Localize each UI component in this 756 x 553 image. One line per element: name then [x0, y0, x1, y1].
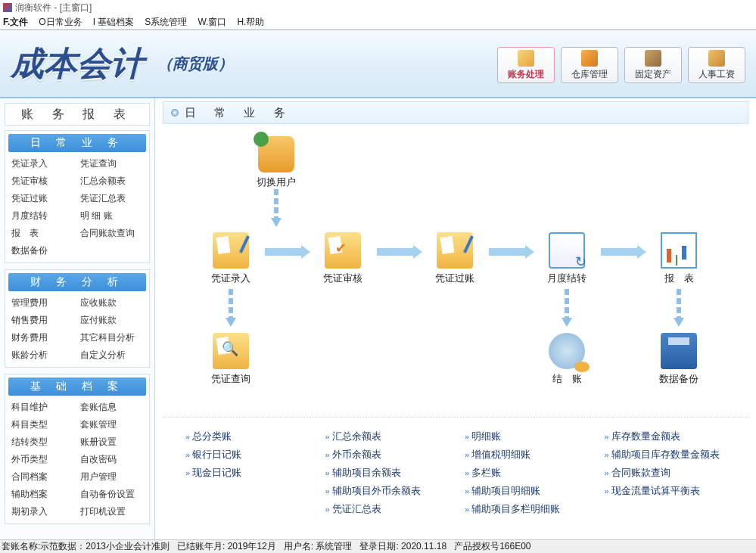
arrow-down-icon	[562, 289, 572, 327]
report-link[interactable]: »辅助项目多栏明细账	[465, 502, 586, 516]
flow-label: 凭证查询	[201, 372, 261, 386]
module-accounting[interactable]: 账务处理	[497, 47, 555, 83]
status-bar: 套账名称:示范数据：2013小企业会计准则 已结账年月: 2019年12月 用户…	[0, 539, 756, 553]
report-link[interactable]: »凭证汇总表	[325, 502, 447, 516]
report-link[interactable]: »多栏账	[465, 466, 586, 480]
link-label: 现金流量试算平衡表	[611, 484, 700, 498]
folder-pen-icon	[213, 232, 249, 269]
report-link[interactable]: »现金日记账	[185, 466, 307, 480]
flow-month[interactable]: 月度结转	[537, 232, 597, 285]
sidebar-item[interactable]: 凭证过账	[8, 190, 77, 207]
chevrons-icon: »	[465, 450, 467, 459]
flow-query[interactable]: 凭证查询	[201, 333, 261, 386]
coins-icon	[549, 333, 585, 369]
sidebar-item[interactable]: 合同账款查询	[77, 225, 146, 242]
sidebar-item[interactable]: 应收账款	[77, 294, 146, 312]
module-hr[interactable]: 人事工资	[688, 47, 745, 83]
report-link[interactable]: »增值税明细账	[465, 448, 586, 461]
report-link[interactable]: »库存数量金额表	[605, 430, 726, 443]
chevrons-icon: »	[605, 450, 607, 459]
menu-daily[interactable]: O日常业务	[39, 16, 82, 29]
sidebar-item[interactable]: 合同档案	[8, 468, 77, 486]
sidebar-item[interactable]: 凭证查询	[77, 155, 146, 172]
sidebar-item[interactable]: 账龄分析	[8, 346, 77, 364]
sidebar-item[interactable]: 财务费用	[8, 329, 77, 346]
flow-close[interactable]: 结 账	[537, 333, 597, 386]
module-label: 固定资产	[635, 68, 671, 81]
report-link[interactable]: »辅助项目明细账	[465, 484, 586, 498]
sidebar-item[interactable]: 科目维护	[8, 399, 77, 416]
report-link[interactable]: »银行日记账	[185, 448, 307, 461]
flow-post[interactable]: 凭证过账	[425, 232, 485, 285]
menu-window[interactable]: W.窗口	[198, 16, 226, 29]
sidebar-group-analysis: 财 务 分 析 管理费用 应收账款 销售费用 应付账款 财务费用 其它科目分析 …	[5, 269, 150, 368]
report-link[interactable]: »总分类账	[185, 430, 307, 443]
menu-help[interactable]: H.帮助	[237, 16, 264, 29]
flow-entry[interactable]: 凭证录入	[201, 232, 261, 285]
title-bar: 润衡软件 - [主窗口]	[0, 0, 756, 15]
sidebar-item[interactable]: 应付账款	[77, 312, 146, 329]
empty-cell	[185, 484, 307, 498]
sidebar-item[interactable]: 外币类型	[8, 451, 77, 468]
report-link[interactable]: »辅助项目余额表	[325, 466, 447, 480]
sidebar-group-archive: 基 础 档 案 科目维护 套账信息 科目类型 套账管理 结转类型 账册设置 外币…	[5, 374, 150, 524]
sidebar-item[interactable]: 期初录入	[8, 503, 77, 520]
chevrons-icon: »	[465, 432, 467, 441]
sidebar-item[interactable]: 报 表	[8, 225, 77, 242]
sidebar-item[interactable]: 自定义分析	[77, 346, 146, 364]
flow-report[interactable]: 报 表	[649, 232, 709, 285]
sidebar-item[interactable]: 明 细 账	[77, 207, 146, 225]
report-link[interactable]: »辅助项目外币余额表	[325, 484, 447, 498]
report-link[interactable]: »现金流量试算平衡表	[605, 484, 726, 498]
report-links: »总分类账 »汇总余额表 »明细账 »库存数量金额表 »银行日记账 »外币余额表…	[163, 418, 748, 516]
module-asset[interactable]: 固定资产	[624, 47, 682, 83]
sidebar-item[interactable]: 用户管理	[77, 468, 146, 486]
folder-post-icon	[437, 232, 473, 269]
report-link[interactable]: »明细账	[465, 430, 586, 443]
sidebar-item[interactable]: 数据备份	[8, 242, 146, 259]
sidebar-item[interactable]: 套账管理	[77, 416, 146, 433]
flow-label: 凭证录入	[201, 272, 261, 285]
menu-archive[interactable]: I 基础档案	[93, 16, 135, 29]
menu-system[interactable]: S系统管理	[145, 16, 187, 29]
sidebar-item[interactable]: 打印机设置	[77, 503, 146, 520]
flow-backup[interactable]: 数据备份	[649, 333, 709, 386]
report-link[interactable]: »外币余额表	[325, 448, 447, 461]
flow-switch-user[interactable]: 切换用户	[246, 136, 306, 189]
arrow-right-icon	[377, 245, 422, 259]
link-label: 汇总余额表	[332, 430, 381, 443]
report-link[interactable]: »汇总余额表	[325, 430, 447, 443]
flow-label: 报 表	[649, 272, 709, 285]
report-link[interactable]: »合同账款查询	[605, 466, 726, 480]
arrow-right-icon	[489, 245, 534, 259]
report-link[interactable]: »辅助项目库存数量金额表	[605, 448, 726, 461]
status-user: 用户名: 系统管理	[284, 540, 353, 553]
sidebar-item[interactable]: 管理费用	[8, 294, 77, 312]
flow-audit[interactable]: 凭证审核	[313, 232, 373, 285]
folder-search-icon	[213, 333, 249, 369]
module-warehouse[interactable]: 仓库管理	[561, 47, 618, 83]
sidebar-item[interactable]: 其它科目分析	[77, 329, 146, 346]
sidebar-item[interactable]: 辅助档案	[8, 486, 77, 503]
sidebar-item[interactable]: 套账信息	[77, 399, 146, 416]
chevrons-icon: »	[605, 468, 607, 477]
menu-file[interactable]: F.文件	[3, 16, 28, 29]
chevrons-icon: »	[325, 450, 328, 459]
sidebar-item[interactable]: 汇总余额表	[77, 172, 146, 190]
arrow-down-icon	[674, 289, 684, 327]
sidebar-group-daily: 日 常 业 务 凭证录入 凭证查询 凭证审核 汇总余额表 凭证过账 凭证汇总表 …	[5, 130, 150, 263]
sidebar-item[interactable]: 自改密码	[77, 451, 146, 468]
sidebar-item[interactable]: 科目类型	[8, 416, 77, 433]
sidebar-item[interactable]: 凭证录入	[8, 155, 77, 172]
sidebar-item[interactable]: 凭证汇总表	[77, 190, 146, 207]
sidebar-item[interactable]: 账册设置	[77, 433, 146, 451]
disk-icon	[661, 333, 697, 369]
group-head: 基 础 档 案	[8, 377, 146, 396]
sidebar-item[interactable]: 自动备份设置	[77, 486, 146, 503]
sidebar-item[interactable]: 月度结转	[8, 207, 77, 225]
sidebar-item[interactable]: 结转类型	[8, 433, 77, 451]
sidebar-item[interactable]: 销售费用	[8, 312, 77, 329]
folder-check-icon	[325, 232, 361, 269]
sidebar-item[interactable]: 凭证审核	[8, 172, 77, 190]
link-label: 库存数量金额表	[611, 430, 680, 443]
